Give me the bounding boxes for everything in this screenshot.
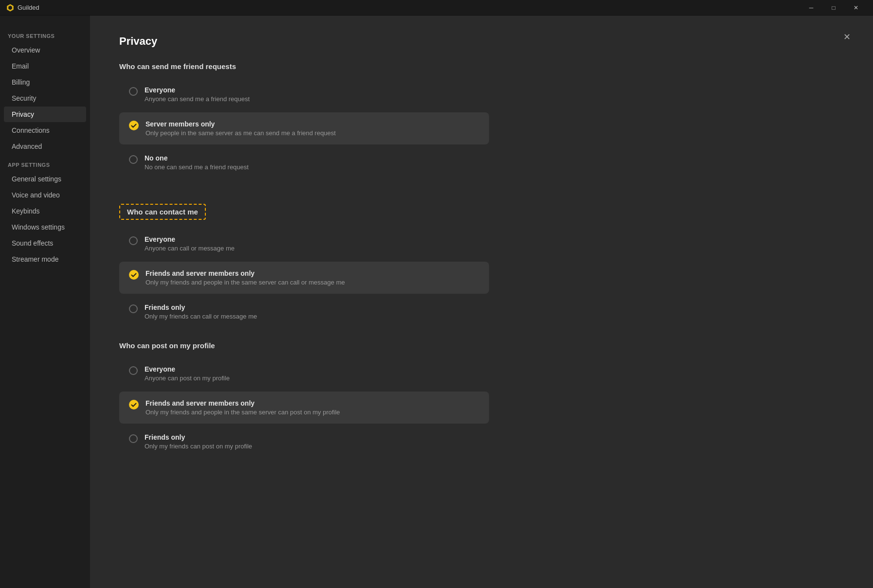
guilded-icon: [6, 3, 15, 12]
section-header-friend-requests: Who can send me friend requests: [119, 62, 844, 71]
your-settings-label: Your settings: [0, 29, 90, 42]
check-icon-pp-friends-server: [129, 400, 139, 410]
close-settings-button[interactable]: ✕: [840, 30, 854, 44]
titlebar: Guilded ─ □ ✕: [0, 0, 873, 16]
svg-point-2: [129, 400, 139, 410]
sidebar-item-privacy[interactable]: Privacy: [4, 107, 86, 122]
maximize-button[interactable]: □: [822, 0, 845, 16]
section-header-contact-me: Who can contact me: [119, 204, 206, 220]
check-icon-fr-server-members: [129, 121, 139, 130]
content-area: Privacy ✕ Who can send me friend request…: [90, 16, 873, 588]
sidebar-item-security[interactable]: Security: [4, 90, 86, 106]
sidebar-item-general-settings[interactable]: General settings: [4, 171, 86, 187]
check-icon-cm-friends-server: [129, 270, 139, 280]
section-friend-requests: Who can send me friend requests Everyone…: [119, 62, 844, 178]
option-text-cm-friends-server: Friends and server members only Only my …: [146, 269, 345, 286]
option-text-cm-friends-only: Friends only Only my friends can call or…: [145, 303, 257, 320]
option-text-pp-everyone: Everyone Anyone can post on my profile: [145, 365, 230, 382]
option-text-cm-everyone: Everyone Anyone can call or message me: [145, 235, 235, 252]
close-window-button[interactable]: ✕: [845, 0, 867, 16]
option-pp-everyone[interactable]: Everyone Anyone can post on my profile: [119, 357, 489, 390]
radio-pp-everyone: [129, 366, 138, 375]
radio-fr-everyone: [129, 87, 138, 96]
section-header-post-profile: Who can post on my profile: [119, 341, 844, 350]
app-settings-label: App settings: [0, 158, 90, 171]
window-controls: ─ □ ✕: [800, 0, 867, 16]
option-pp-friends-server[interactable]: Friends and server members only Only my …: [119, 392, 489, 424]
sidebar-item-advanced[interactable]: Advanced: [4, 139, 86, 154]
app-logo: Guilded: [6, 3, 39, 12]
app-name: Guilded: [18, 4, 39, 11]
option-cm-friends-only[interactable]: Friends only Only my friends can call or…: [119, 296, 489, 328]
svg-point-1: [129, 270, 139, 280]
page-title: Privacy: [119, 35, 157, 48]
section-post-profile: Who can post on my profile Everyone Anyo…: [119, 341, 844, 458]
radio-fr-no-one: [129, 155, 138, 164]
option-pp-friends-only[interactable]: Friends only Only my friends can post on…: [119, 426, 489, 458]
option-text-fr-everyone: Everyone Anyone can send me a friend req…: [145, 86, 250, 103]
content-header: Privacy: [119, 35, 844, 48]
option-text-fr-server-members: Server members only Only people in the s…: [146, 120, 336, 137]
sidebar-item-streamer-mode[interactable]: Streamer mode: [4, 251, 86, 267]
sidebar-item-keybinds[interactable]: Keybinds: [4, 203, 86, 219]
option-text-fr-no-one: No one No one can send me a friend reque…: [145, 154, 249, 171]
sidebar-item-sound-effects[interactable]: Sound effects: [4, 235, 86, 251]
sidebar-item-overview[interactable]: Overview: [4, 42, 86, 58]
sidebar-item-voice-and-video[interactable]: Voice and video: [4, 187, 86, 203]
app-layout: Your settings Overview Email Billing Sec…: [0, 16, 873, 588]
svg-point-0: [129, 121, 139, 130]
sidebar-item-connections[interactable]: Connections: [4, 123, 86, 138]
radio-cm-everyone: [129, 236, 138, 245]
option-fr-everyone[interactable]: Everyone Anyone can send me a friend req…: [119, 78, 489, 110]
sidebar-item-windows-settings[interactable]: Windows settings: [4, 219, 86, 235]
option-text-pp-friends-server: Friends and server members only Only my …: [146, 399, 340, 416]
radio-cm-friends-only: [129, 304, 138, 313]
option-cm-everyone[interactable]: Everyone Anyone can call or message me: [119, 228, 489, 260]
sidebar-item-email[interactable]: Email: [4, 58, 86, 74]
minimize-button[interactable]: ─: [800, 0, 822, 16]
sidebar-item-billing[interactable]: Billing: [4, 74, 86, 90]
option-fr-no-one[interactable]: No one No one can send me a friend reque…: [119, 146, 489, 178]
option-fr-server-members[interactable]: Server members only Only people in the s…: [119, 112, 489, 144]
radio-pp-friends-only: [129, 434, 138, 443]
option-cm-friends-server[interactable]: Friends and server members only Only my …: [119, 262, 489, 294]
section-contact-me: Who can contact me Everyone Anyone can c…: [119, 192, 844, 328]
option-text-pp-friends-only: Friends only Only my friends can post on…: [145, 433, 252, 450]
sidebar: Your settings Overview Email Billing Sec…: [0, 16, 90, 588]
